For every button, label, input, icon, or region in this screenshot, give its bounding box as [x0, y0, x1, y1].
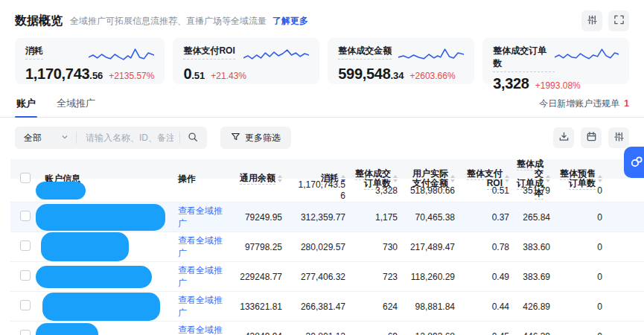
filter-bar: 全部 更多筛选 [0, 127, 644, 149]
redacted-account-info [41, 232, 129, 261]
table-row[interactable]: 查看全域推广 97798.25 280,029.57 730 217,489.4… [10, 232, 644, 262]
metric-label: 整体成交订单数 [493, 45, 554, 72]
metric-card-roi[interactable]: 整体支付ROI 0.51 +21.43% [173, 38, 319, 84]
redacted-account-info [36, 323, 98, 335]
sliders-icon [587, 14, 598, 28]
more-filters-button[interactable]: 更多筛选 [220, 127, 291, 149]
cell-consume: 312,359.77 [287, 212, 350, 223]
sort-icon[interactable] [450, 175, 455, 182]
metric-change: +1993.08% [535, 80, 581, 91]
sliders-icon [613, 131, 625, 144]
assistant-float-button[interactable] [624, 147, 644, 178]
metric-card-gmv[interactable]: 整体成交金额 599,548.34 +2603.66% [328, 38, 474, 84]
cell-consume: 280,029.57 [287, 242, 350, 252]
table-header-row: 账户信息 操作 通用余额 消耗 整体成交订单数 用户实际支付金额 整体支付ROI… [10, 159, 644, 179]
sparkline-chart [398, 46, 464, 63]
search-combo: 全部 [15, 127, 207, 149]
cell-balance: 229248.77 [231, 272, 287, 282]
cell-balance: 43849.94 [231, 331, 287, 335]
row-checkbox[interactable] [20, 240, 31, 251]
summary-cost: 351.79 [514, 185, 555, 196]
redacted-account-info [36, 204, 165, 231]
funnel-icon [231, 132, 240, 144]
summary-roi: 0.51 [459, 185, 514, 196]
summary-consume: 1,170,743.56 [296, 179, 345, 202]
sort-icon[interactable] [598, 175, 602, 182]
chevron-down-icon [61, 133, 68, 143]
metric-change: +2135.57% [109, 71, 154, 81]
download-button[interactable] [553, 127, 574, 148]
cell-cost: 426.89 [514, 302, 555, 312]
page-subtitle: 全域推广可拓展信息流推荐、直播广场等全域流量 [70, 15, 267, 28]
table-row[interactable]: 查看全域推广 133621.81 266,381.47 624 98,881.8… [10, 292, 644, 322]
cell-cost: 446.39 [514, 331, 555, 335]
cell-pay: 217,489.47 [402, 242, 459, 252]
violation-count: 1 [624, 98, 629, 109]
tab-uni-promotion[interactable]: 全域推广 [55, 97, 97, 117]
view-uni-promotion-link[interactable]: 查看全域推广 [178, 325, 223, 335]
view-uni-promotion-link[interactable]: 查看全域推广 [178, 265, 223, 288]
violation-note[interactable]: 今日新增账户违规单1 [539, 98, 629, 117]
table-row[interactable]: 查看全域推广 43849.94 30,801.12 69 12,893.68 0… [10, 322, 644, 335]
cell-roi: 0.45 [459, 331, 514, 335]
cell-balance: 97798.25 [231, 242, 287, 252]
cell-consume: 277,406.32 [287, 272, 350, 282]
metric-value: 3,328 [493, 75, 529, 92]
row-checkbox[interactable] [20, 300, 31, 310]
metric-value: 0 [183, 66, 191, 83]
calendar-button[interactable] [581, 127, 602, 148]
cell-consume: 266,381.47 [287, 302, 350, 312]
metric-card-orders[interactable]: 整体成交订单数 3,328 +1993.08% [482, 38, 629, 84]
sort-icon[interactable] [505, 175, 509, 182]
sort-icon[interactable] [546, 175, 550, 182]
tab-account[interactable]: 账户 [15, 97, 37, 117]
metric-value: 599,548 [338, 66, 390, 83]
row-checkbox[interactable] [20, 330, 31, 335]
metric-cards: 消耗 1,170,743.56 +2135.57% 整体支付ROI 0.51 +… [0, 38, 644, 84]
cell-cost: 383.60 [514, 242, 555, 252]
cell-orders: 1,175 [350, 212, 402, 223]
fullscreen-button[interactable] [608, 10, 629, 31]
search-input[interactable] [77, 133, 179, 143]
row-checkbox[interactable] [20, 211, 31, 221]
calendar-icon [586, 131, 597, 144]
cell-pay: 70,465.38 [402, 212, 459, 223]
sort-icon[interactable] [393, 175, 398, 182]
search-button[interactable] [180, 132, 207, 144]
sparkline-chart [243, 46, 309, 63]
cell-roi: 0.44 [459, 302, 514, 312]
card-settings-button[interactable] [581, 10, 602, 31]
sparkline-chart [89, 46, 154, 63]
tab-bar: 账户 全域推广 今日新增账户违规单1 [0, 97, 644, 118]
redacted-account-info [36, 266, 152, 288]
fullscreen-icon [613, 14, 625, 28]
search-icon [188, 132, 198, 144]
summary-orders: 3,328 [350, 185, 402, 196]
column-settings-button[interactable] [608, 127, 629, 148]
metric-card-consume[interactable]: 消耗 1,170,743.56 +2135.57% [15, 38, 165, 84]
table-row[interactable]: 查看全域推广 229248.77 277,406.32 723 118,260.… [10, 262, 644, 292]
col-action: 操作 [168, 174, 231, 184]
metric-change: +2603.66% [410, 71, 456, 81]
col-balance[interactable]: 通用余额 [231, 173, 287, 185]
cell-orders: 624 [350, 302, 402, 312]
scope-select[interactable]: 全部 [15, 132, 76, 144]
cell-orders: 730 [350, 242, 402, 252]
view-uni-promotion-link[interactable]: 查看全域推广 [178, 205, 223, 229]
row-checkbox[interactable] [20, 270, 31, 281]
view-uni-promotion-link[interactable]: 查看全域推广 [178, 295, 223, 318]
cell-cost: 383.69 [514, 272, 555, 282]
cell-balance: 79249.95 [231, 212, 287, 223]
metric-change: +21.43% [211, 71, 246, 81]
cell-consume: 30,801.12 [287, 331, 350, 335]
sort-icon[interactable] [278, 175, 282, 182]
select-all-checkbox[interactable] [20, 173, 31, 183]
learn-more-link[interactable]: 了解更多 [272, 15, 308, 28]
cell-pay: 118,260.29 [402, 272, 459, 282]
view-uni-promotion-link[interactable]: 查看全域推广 [178, 235, 223, 258]
table-row[interactable]: 查看全域推广 79249.95 312,359.77 1,175 70,465.… [10, 202, 644, 232]
page-title: 数据概览 [15, 13, 63, 29]
cell-orders: 69 [350, 331, 402, 335]
cell-presale: 0 [555, 212, 607, 223]
sparkline-chart [555, 46, 619, 63]
